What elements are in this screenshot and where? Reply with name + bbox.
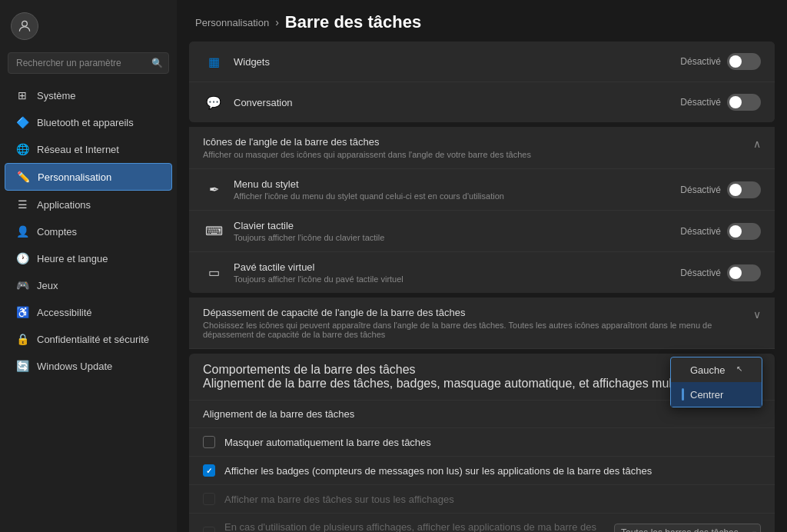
toggle-state-widgets: Désactivé <box>680 56 721 67</box>
icones-header[interactable]: Icônes de l'angle de la barre des tâches… <box>189 127 775 169</box>
icones-text-menu_stylet: Menu du stylet Afficher l'icône du menu … <box>234 178 680 201</box>
sidebar-item-label-bluetooth: Bluetooth et appareils <box>37 117 134 128</box>
sub-row-masquer_auto[interactable]: Masquer automatiquement la barre des tâc… <box>189 428 775 457</box>
icones-toggle-clavier_tactile[interactable] <box>727 223 761 240</box>
sidebar-item-label-applications: Applications <box>37 199 91 211</box>
sidebar-item-label-reseau: Réseau et Internet <box>37 144 119 155</box>
dropdown-option-centrer[interactable]: Centrer <box>671 382 762 407</box>
toggle-state-conversation: Désactivé <box>680 97 721 108</box>
toggle-icon-conversation: 💬 <box>203 91 224 113</box>
sidebar: 🔍 ⊞ Système 🔷 Bluetooth et appareils 🌐 R… <box>0 0 177 532</box>
sub-row-plusieurs_affichages: En cas d'utilisation de plusieurs affich… <box>189 514 775 532</box>
comportements-title: Comportements de la barre des tâches <box>203 363 700 377</box>
sidebar-item-jeux[interactable]: 🎮 Jeux <box>5 272 172 298</box>
top-toggles-block: ▦ Widgets Désactivé 💬 Conversation Désac… <box>189 42 775 122</box>
sub-row-afficher_badges[interactable]: Afficher les badges (compteurs de messag… <box>189 457 775 485</box>
sub-label-afficher_badges: Afficher les badges (compteurs de messag… <box>224 465 761 477</box>
main-content: Personnalisation › Barre des tâches ▦ Wi… <box>177 0 787 532</box>
nav-icon-systeme: ⊞ <box>15 88 29 102</box>
toggle-icon-widgets: ▦ <box>203 51 224 72</box>
toggle-text-conversation: Conversation <box>234 97 680 108</box>
content-area: ▦ Widgets Désactivé 💬 Conversation Désac… <box>177 42 787 532</box>
icones-desc-clavier_tactile: Toujours afficher l'icône du clavier tac… <box>234 233 680 242</box>
depassement-desc: Choisissez les icônes qui peuvent appara… <box>203 321 745 339</box>
icones-icon-pave_tactile: ▭ <box>203 262 224 284</box>
icones-knob-pave_tactile <box>729 267 742 279</box>
sidebar-item-reseau[interactable]: 🌐 Réseau et Internet <box>5 136 172 162</box>
icones-desc: Afficher ou masquer des icônes qui appar… <box>203 150 531 159</box>
sidebar-item-label-jeux: Jeux <box>37 280 58 291</box>
depassement-chevron-icon: ∨ <box>753 307 761 321</box>
alignment-dropdown[interactable]: Gauche↖Centrer <box>670 357 762 407</box>
toggle-switch-conversation[interactable] <box>727 94 761 111</box>
page-header: Personnalisation › Barre des tâches <box>177 0 787 42</box>
icones-knob-clavier_tactile <box>729 225 742 238</box>
toggle-row-conversation: 💬 Conversation Désactivé <box>189 82 775 122</box>
nav-icon-accessibilite: ♿ <box>15 305 29 319</box>
icones-title: Icônes de l'angle de la barre des tâches <box>203 136 531 148</box>
sidebar-item-systeme[interactable]: ⊞ Système <box>5 82 172 108</box>
depassement-section: Dépassement de capacité de l'angle de la… <box>189 298 775 349</box>
sidebar-item-label-accessibilite: Accessibilité <box>37 307 92 318</box>
sidebar-item-personnalisation[interactable]: ✏️ Personnalisation <box>5 163 172 191</box>
icones-desc-menu_stylet: Afficher l'icône du menu du stylet quand… <box>234 191 680 201</box>
nav-icon-windows_update: 🔄 <box>15 359 29 373</box>
sidebar-item-label-windows_update: Windows Update <box>37 361 112 372</box>
sidebar-item-label-heure: Heure et langue <box>37 253 108 264</box>
icones-text-pave_tactile: Pavé tactile virtuel Toujours afficher l… <box>234 261 680 284</box>
nav-icon-confidentialite: 🔒 <box>15 332 29 346</box>
checkbox-masquer_auto[interactable] <box>203 436 215 448</box>
icones-icon-clavier_tactile: ⌨ <box>203 221 224 242</box>
toggle-text-widgets: Widgets <box>234 56 680 68</box>
sub-row-afficher_tous: Afficher ma barre des tâches sur tous le… <box>189 485 775 514</box>
multi-display-select-wrap[interactable]: Toutes les barres des tâches <box>614 524 761 532</box>
avatar[interactable] <box>11 12 38 40</box>
sidebar-item-comptes[interactable]: 👤 Comptes <box>5 218 172 244</box>
svg-point-0 <box>22 21 28 26</box>
sidebar-item-heure[interactable]: 🕐 Heure et langue <box>5 245 172 271</box>
sidebar-item-applications[interactable]: ☰ Applications <box>5 191 172 218</box>
icones-icon-menu_stylet: ✒ <box>203 179 224 201</box>
icones-toggle-menu_stylet[interactable] <box>727 181 761 198</box>
sidebar-item-confidentialite[interactable]: 🔒 Confidentialité et sécurité <box>5 326 172 352</box>
icones-state-pave_tactile: Désactivé <box>680 268 721 278</box>
icones-knob-menu_stylet <box>729 184 742 196</box>
icones-label-pave_tactile: Pavé tactile virtuel <box>234 261 680 273</box>
multi-display-select[interactable]: Toutes les barres des tâches <box>614 524 761 532</box>
sidebar-header <box>0 0 177 48</box>
icones-state-clavier_tactile: Désactivé <box>680 226 721 237</box>
comportements-section: Comportements de la barre des tâches Ali… <box>189 354 775 532</box>
sidebar-item-bluetooth[interactable]: 🔷 Bluetooth et appareils <box>5 109 172 135</box>
dropdown-label-centrer: Centrer <box>690 389 723 401</box>
sidebar-item-label-confidentialite: Confidentialité et sécurité <box>37 334 149 345</box>
icones-chevron-icon: ∧ <box>753 136 761 150</box>
checkbox-afficher_badges[interactable] <box>203 464 215 477</box>
breadcrumb-separator: › <box>275 16 279 28</box>
icones-label-menu_stylet: Menu du stylet <box>234 178 680 190</box>
sidebar-item-label-comptes: Comptes <box>37 226 77 238</box>
sidebar-item-label-systeme: Système <box>37 90 76 101</box>
icones-section: Icônes de l'angle de la barre des tâches… <box>189 127 775 293</box>
breadcrumb[interactable]: Personnalisation <box>195 17 269 28</box>
checkbox-afficher_tous <box>203 493 215 505</box>
sub-label-afficher_tous: Afficher ma barre des tâches sur tous le… <box>224 494 761 505</box>
icones-row-menu_stylet: ✒ Menu du stylet Afficher l'icône du men… <box>189 169 775 211</box>
sidebar-item-windows_update[interactable]: 🔄 Windows Update <box>5 353 172 379</box>
depassement-title: Dépassement de capacité de l'angle de la… <box>203 307 745 318</box>
sidebar-item-accessibilite[interactable]: ♿ Accessibilité <box>5 299 172 325</box>
icones-row-clavier_tactile: ⌨ Clavier tactile Toujours afficher l'ic… <box>189 211 775 252</box>
search-icon: 🔍 <box>151 58 163 68</box>
search-bar[interactable]: 🔍 <box>8 52 169 74</box>
icones-toggle-pave_tactile[interactable] <box>727 264 761 281</box>
search-input[interactable] <box>8 52 169 74</box>
icones-state-menu_stylet: Désactivé <box>680 185 721 195</box>
cursor-icon: ↖ <box>736 364 747 375</box>
dropdown-option-gauche[interactable]: Gauche↖ <box>671 357 762 382</box>
toggle-label-widgets: Widgets <box>234 56 680 68</box>
nav-icon-jeux: 🎮 <box>15 278 29 292</box>
toggle-knob-conversation <box>729 96 742 108</box>
depassement-header[interactable]: Dépassement de capacité de l'angle de la… <box>189 298 775 349</box>
toggle-switch-widgets[interactable] <box>727 53 761 70</box>
nav-icon-applications: ☰ <box>15 198 29 211</box>
icones-text-clavier_tactile: Clavier tactile Toujours afficher l'icôn… <box>234 220 680 242</box>
